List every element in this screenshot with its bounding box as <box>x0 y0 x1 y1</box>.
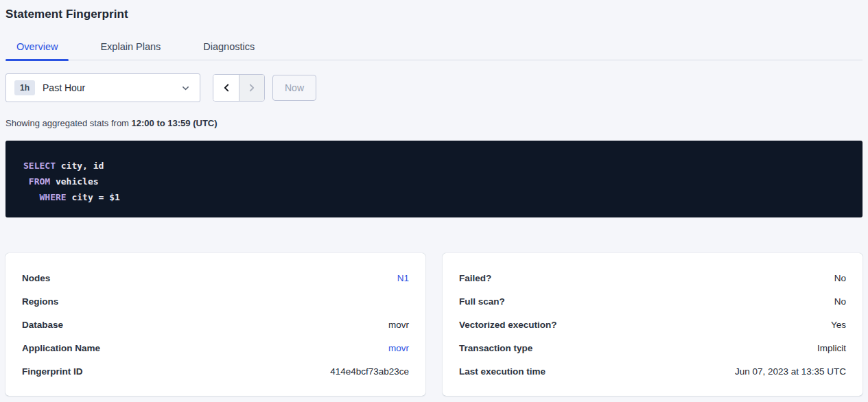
row-value: No <box>834 296 846 307</box>
tab-explain-plans-label: Explain Plans <box>100 41 161 52</box>
tab-overview-label: Overview <box>16 41 58 52</box>
table-row: Full scan?No <box>459 289 846 313</box>
row-value: Implicit <box>817 343 846 353</box>
row-value-link[interactable]: movr <box>388 343 409 353</box>
sql-statement-box: SELECT city, id FROM vehicles WHERE city… <box>5 141 863 217</box>
sql-text: city = $1 <box>67 192 120 202</box>
chevron-right-icon <box>247 83 257 93</box>
tab-overview[interactable]: Overview <box>5 33 69 60</box>
table-row: Regions <box>22 289 409 313</box>
sql-text <box>23 192 39 202</box>
row-label: Failed? <box>459 273 491 283</box>
now-button[interactable]: Now <box>272 75 316 101</box>
row-label: Full scan? <box>459 296 505 307</box>
sql-text: city, id <box>56 161 104 171</box>
time-range-pager <box>213 74 265 102</box>
tab-bar: Overview Explain Plans Diagnostics <box>5 33 863 60</box>
row-value: movr <box>388 320 409 330</box>
chevron-down-icon <box>181 84 190 93</box>
table-row: Fingerprint ID414e4bcf73ab23ce <box>22 359 409 383</box>
sql-keyword: SELECT <box>23 161 56 171</box>
table-row: Failed?No <box>459 266 846 289</box>
table-row: NodesN1 <box>22 266 409 289</box>
table-row: Application Namemovr <box>22 336 409 359</box>
row-value: Yes <box>831 320 846 330</box>
previous-time-range-button[interactable] <box>213 75 239 101</box>
time-range-dropdown[interactable]: 1h Past Hour <box>5 73 200 102</box>
row-label: Regions <box>22 296 58 307</box>
row-label: Vectorized execution? <box>459 320 557 330</box>
row-label: Last execution time <box>459 366 546 377</box>
table-row: Last execution timeJun 07, 2023 at 13:35… <box>459 359 846 383</box>
sql-keyword: FROM <box>29 176 50 187</box>
sql-keyword: WHERE <box>39 192 66 202</box>
table-row: Vectorized execution?Yes <box>459 313 846 336</box>
sql-line: SELECT city, id <box>23 158 845 174</box>
row-label: Fingerprint ID <box>22 366 83 377</box>
statement-details-card-right: Failed?NoFull scan?NoVectorized executio… <box>443 253 863 396</box>
sql-line: FROM vehicles <box>23 174 845 189</box>
time-range-label: Past Hour <box>43 82 181 93</box>
tab-explain-plans[interactable]: Explain Plans <box>89 33 172 60</box>
time-controls-row: 1h Past Hour Now <box>5 73 863 102</box>
row-value: Jun 07, 2023 at 13:35 UTC <box>735 366 846 377</box>
stats-caption-range: 12:00 to 13:59 (UTC) <box>132 118 218 128</box>
row-label: Transaction type <box>459 343 532 353</box>
chevron-left-icon <box>222 83 231 93</box>
table-row: Databasemovr <box>22 313 409 336</box>
time-interval-badge: 1h <box>14 80 35 95</box>
statement-fingerprint-page: Statement Fingerprint Overview Explain P… <box>0 0 868 396</box>
sql-text <box>23 176 29 187</box>
sql-line: WHERE city = $1 <box>23 189 845 205</box>
aggregated-stats-caption: Showing aggregated stats from 12:00 to 1… <box>5 118 863 128</box>
details-cards: NodesN1RegionsDatabasemovrApplication Na… <box>5 253 863 396</box>
statement-details-card-left: NodesN1RegionsDatabasemovrApplication Na… <box>5 253 425 396</box>
row-value: No <box>834 273 846 283</box>
next-time-range-button[interactable] <box>239 75 264 101</box>
row-label: Nodes <box>22 273 50 283</box>
table-row: Transaction typeImplicit <box>459 336 846 359</box>
row-value-link[interactable]: N1 <box>397 273 409 283</box>
tab-diagnostics[interactable]: Diagnostics <box>192 33 266 60</box>
page-title: Statement Fingerprint <box>5 0 863 21</box>
sql-text: vehicles <box>50 176 98 187</box>
row-label: Database <box>22 320 63 330</box>
row-value: 414e4bcf73ab23ce <box>330 366 409 377</box>
tab-diagnostics-label: Diagnostics <box>203 41 255 52</box>
row-label: Application Name <box>22 343 100 353</box>
stats-caption-prefix: Showing aggregated stats from <box>5 118 132 128</box>
